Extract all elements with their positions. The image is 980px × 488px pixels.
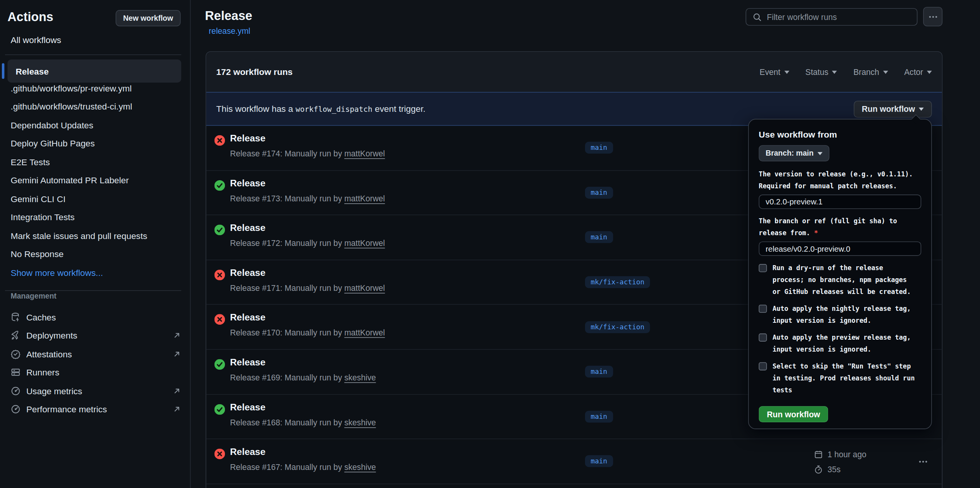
actor-link[interactable]: mattKorwel [344, 239, 385, 248]
actor-link[interactable]: mattKorwel [344, 149, 385, 158]
run-subtitle: Release #168: Manually run by skeshive [230, 418, 376, 427]
run-title-link[interactable]: Release [230, 446, 265, 457]
sidebar-title: Actions [8, 10, 53, 24]
actor-link[interactable]: skeshive [344, 418, 376, 427]
selected-indicator [2, 63, 5, 79]
sidebar-item-workflow[interactable]: .github/workflows/trusted-ci.yml [11, 97, 183, 116]
run-time: 1 hour ago [828, 450, 866, 459]
management-section-label: Management [11, 292, 56, 300]
event-filter-dropdown[interactable]: Event [760, 67, 789, 76]
workflow-file-link[interactable]: release.yml [209, 26, 250, 35]
x-circle-icon [214, 269, 225, 280]
actions-sidebar: Actions New workflow All workflows Relea… [0, 0, 191, 488]
sidebar-item-performance-metrics[interactable]: Performance metrics [11, 400, 181, 418]
run-title-link[interactable]: Release [230, 133, 265, 143]
actor-link[interactable]: mattKorwel [344, 328, 385, 337]
check-circle-icon [214, 404, 225, 415]
sidebar-item-workflow[interactable]: Gemini Automated PR Labeler [11, 171, 183, 189]
external-link-icon [172, 331, 181, 340]
sidebar-item-all-workflows[interactable]: All workflows [11, 35, 61, 45]
x-circle-icon [214, 314, 225, 325]
x-circle-icon [214, 449, 225, 460]
sidebar-item-workflow[interactable]: Deploy GitHub Pages [11, 134, 183, 153]
branch-badge[interactable]: main [585, 411, 613, 423]
checkbox[interactable] [759, 362, 767, 370]
panel-heading: Use workflow from [759, 129, 921, 139]
branch-badge[interactable]: main [585, 142, 613, 154]
run-subtitle: Release #169: Manually run by skeshive [230, 373, 376, 382]
run-workflow-dropdown-button[interactable]: Run workflow [854, 100, 932, 117]
sidebar-item-workflow[interactable]: Dependabot Updates [11, 116, 183, 134]
actor-link[interactable]: skeshive [344, 462, 376, 471]
rocket-icon [11, 330, 21, 340]
run-workflow-submit-button[interactable]: Run workflow [759, 406, 828, 422]
kebab-horizontal-icon [928, 12, 938, 22]
run-subtitle: Release #170: Manually run by mattKorwel [230, 328, 385, 337]
panel-checkbox-group: Select to skip the "Run Tests" step in t… [759, 360, 921, 396]
sidebar-item-usage-metrics[interactable]: Usage metrics [11, 382, 181, 400]
sidebar-item-caches[interactable]: Caches [11, 308, 181, 326]
sidebar-item-deployments[interactable]: Deployments [11, 326, 181, 345]
sidebar-item-workflow[interactable]: Integration Tests [11, 208, 183, 226]
workflow-options-kebab-button[interactable] [923, 7, 942, 26]
branch-badge[interactable]: mk/fix-action [585, 321, 650, 333]
sidebar-item-attestations[interactable]: Attestations [11, 345, 181, 363]
checkbox[interactable] [759, 305, 767, 313]
sidebar-item-workflow[interactable]: Mark stale issues and pull requests [11, 226, 183, 245]
filter-input[interactable] [767, 12, 911, 22]
checkbox-label: Select to skip the "Run Tests" step in t… [772, 360, 916, 396]
run-options-kebab-button[interactable] [918, 457, 928, 470]
management-list: CachesDeploymentsAttestationsRunnersUsag… [11, 308, 181, 418]
page-title: Release [205, 9, 252, 23]
checkbox[interactable] [759, 264, 767, 272]
sidebar-item-workflow[interactable]: Gemini CLI CI [11, 189, 183, 208]
branch-filter-dropdown[interactable]: Branch [853, 67, 888, 76]
run-subtitle: Release #167: Manually run by skeshive [230, 462, 376, 471]
required-asterisk: * [814, 229, 818, 237]
verified-icon [11, 349, 21, 359]
branch-selector-button[interactable]: Branch: main [759, 145, 829, 161]
check-circle-icon [214, 180, 225, 191]
actor-link[interactable]: mattKorwel [344, 283, 385, 292]
new-workflow-button[interactable]: New workflow [116, 10, 180, 26]
branch-badge[interactable]: main [585, 231, 613, 243]
branch-badge[interactable]: main [585, 366, 613, 378]
checkbox-label: Run a dry-run of the release process; no… [772, 262, 916, 298]
meter-icon [11, 404, 21, 414]
chevron-down-icon [832, 70, 837, 73]
run-title-link[interactable]: Release [230, 267, 265, 278]
check-circle-icon [214, 359, 225, 370]
run-subtitle: Release #174: Manually run by mattKorwel [230, 149, 385, 158]
calendar-icon [814, 450, 823, 459]
run-title-link[interactable]: Release [230, 178, 265, 188]
panel-checkbox-group: Run a dry-run of the release process; no… [759, 262, 921, 298]
run-title-link[interactable]: Release [230, 312, 265, 322]
sidebar-item-workflow[interactable]: No Response [11, 245, 183, 263]
branch-badge[interactable]: main [585, 455, 613, 467]
actor-filter-dropdown[interactable]: Actor [904, 67, 932, 76]
branch-badge[interactable]: mk/fix-action [585, 276, 650, 288]
management-item-label: Caches [26, 312, 56, 322]
sidebar-item-workflow[interactable]: E2E Tests [11, 153, 183, 171]
meter-icon [11, 386, 21, 396]
actor-link[interactable]: skeshive [344, 373, 376, 382]
runs-list-header: 172 workflow runs Event Status Branch Ac… [206, 52, 942, 92]
ref-input-help: The branch or ref (full git sha) to rele… [759, 215, 923, 239]
actor-link[interactable]: mattKorwel [344, 194, 385, 203]
checkbox[interactable] [759, 334, 767, 342]
ref-input[interactable] [759, 241, 921, 256]
run-title-link[interactable]: Release [230, 222, 265, 233]
run-title-link[interactable]: Release [230, 402, 265, 412]
workflow-dispatch-code: workflow_dispatch [293, 105, 375, 114]
run-title-link[interactable]: Release [230, 357, 265, 367]
sidebar-item-workflow[interactable]: Show more workflows... [11, 263, 183, 282]
sidebar-item-workflow[interactable]: .github/workflows/pr-review.yml [11, 79, 183, 97]
branch-badge[interactable]: main [585, 187, 613, 199]
filter-workflow-runs-input[interactable] [745, 8, 917, 26]
sidebar-item-runners[interactable]: Runners [11, 363, 181, 382]
run-count: 172 workflow runs [216, 67, 293, 77]
management-item-label: Usage metrics [26, 386, 82, 396]
status-filter-dropdown[interactable]: Status [805, 67, 837, 76]
version-input[interactable] [759, 194, 921, 209]
checkbox-label: Auto apply the nightly release tag, inpu… [772, 303, 916, 327]
